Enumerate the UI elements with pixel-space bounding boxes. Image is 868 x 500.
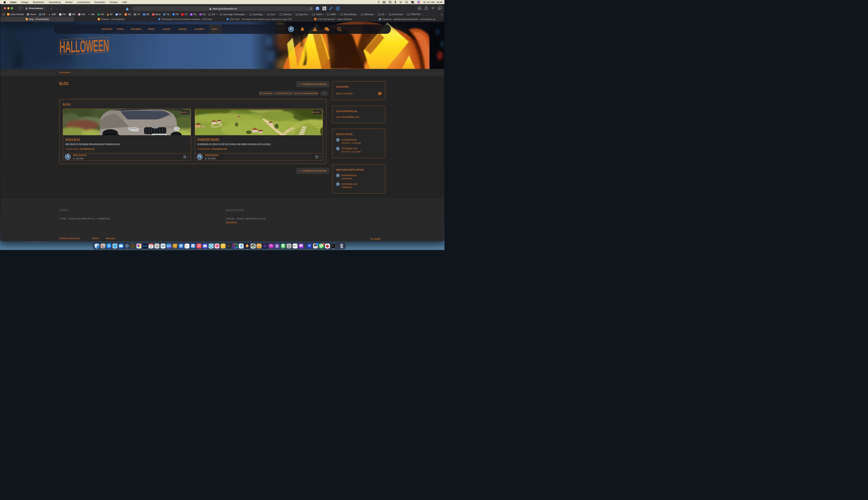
svg-text:$: $ xyxy=(132,245,134,247)
svg-text:Superb combi: Superb combi xyxy=(154,134,165,135)
